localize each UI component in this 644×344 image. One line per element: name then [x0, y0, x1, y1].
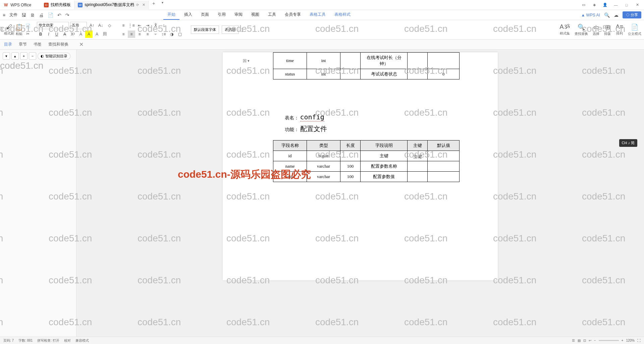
- th[interactable]: 类型: [307, 140, 340, 151]
- print-icon[interactable]: 🖨: [39, 12, 44, 18]
- table-selector-icon[interactable]: 国 ▾: [243, 58, 250, 63]
- numbering-icon[interactable]: ⋮≡: [128, 22, 135, 29]
- style-up-icon[interactable]: ▴: [241, 27, 243, 30]
- font-select[interactable]: [37, 22, 69, 29]
- clear-format-icon[interactable]: ◇: [106, 22, 113, 29]
- tab-templates[interactable]: D 找稻壳模板: [41, 1, 74, 9]
- zoom-level[interactable]: 120%: [626, 339, 635, 342]
- minimize-button[interactable]: —: [612, 2, 619, 8]
- format-painter-button[interactable]: 🖌 格式刷: [4, 23, 14, 36]
- sort-button[interactable]: ⊞ 排版: [604, 23, 611, 36]
- cube-icon[interactable]: ◈: [591, 2, 598, 8]
- smart-toc-button[interactable]: ◐ 智能识别目录: [38, 53, 70, 60]
- indent-right-icon[interactable]: ⇥: [144, 22, 151, 29]
- close-button[interactable]: ✕: [634, 2, 641, 8]
- preview-icon[interactable]: 📄: [48, 12, 53, 18]
- th[interactable]: 长度: [340, 140, 361, 151]
- collapse-icon[interactable]: ▾: [3, 52, 10, 60]
- up-icon[interactable]: ▴: [11, 52, 19, 60]
- nav-close-icon[interactable]: ✕: [79, 41, 84, 48]
- minus-icon[interactable]: −: [29, 52, 36, 60]
- close-icon[interactable]: ✕: [142, 3, 145, 7]
- cell[interactable]: [428, 161, 460, 172]
- table-row[interactable]: status int 考试试卷状态 0: [273, 69, 460, 79]
- cell[interactable]: int: [307, 53, 340, 69]
- th[interactable]: 字段说明: [361, 140, 408, 151]
- cell[interactable]: varchar: [307, 172, 340, 182]
- tab-view[interactable]: 视图: [247, 10, 263, 20]
- underline-icon[interactable]: U: [53, 31, 60, 38]
- file-menu[interactable]: 文件: [9, 12, 17, 18]
- tab-page[interactable]: 页面: [197, 10, 213, 20]
- fill-icon[interactable]: ◑: [168, 31, 175, 38]
- sort-icon[interactable]: X̌: [152, 22, 159, 29]
- bullets-icon[interactable]: ≡: [120, 22, 127, 29]
- copy-icon[interactable]: 📄: [24, 22, 32, 30]
- tab-review[interactable]: 审阅: [230, 10, 247, 20]
- tab-member[interactable]: 会员专享: [281, 10, 305, 20]
- cell[interactable]: [340, 69, 361, 79]
- save-icon[interactable]: 🖫: [21, 12, 26, 18]
- find-replace-button[interactable]: 🔍 查找替换: [575, 23, 588, 36]
- tab-tools[interactable]: 工具: [264, 10, 280, 20]
- config-table[interactable]: 字段名称 类型 长度 字段说明 主键 默认值 id bigint 主键 主键 n…: [273, 140, 460, 182]
- tab-table-style[interactable]: 表格样式: [330, 10, 355, 20]
- wps-ai-button[interactable]: ▲ WPS AI: [581, 13, 600, 17]
- nav-toc[interactable]: 目录: [4, 42, 12, 47]
- line-spacing-icon[interactable]: ↕≡: [160, 31, 167, 38]
- borders-icon[interactable]: ▢: [176, 31, 183, 38]
- new-icon[interactable]: 🗎: [30, 12, 35, 18]
- cell[interactable]: [428, 151, 460, 161]
- select-button[interactable]: ▭ 选择: [593, 23, 599, 36]
- cell[interactable]: varchar: [307, 161, 340, 172]
- linespacing-icon[interactable]: ↕: [160, 22, 167, 29]
- table-row[interactable]: name varchar 100 配置参数名称: [273, 161, 460, 172]
- table-name-row[interactable]: 表名： config: [285, 113, 484, 121]
- spell-check[interactable]: 拼写检查: 打开: [37, 338, 59, 343]
- cell[interactable]: id: [273, 151, 307, 161]
- nav-chapter[interactable]: 章节: [19, 42, 27, 47]
- paste-button[interactable]: 📋 粘贴: [15, 23, 23, 36]
- cell[interactable]: status: [273, 69, 307, 79]
- window-icon[interactable]: ▭: [580, 2, 587, 8]
- tab-table-tools[interactable]: 表格工具: [306, 10, 330, 20]
- align-left-icon[interactable]: ≡: [120, 31, 127, 38]
- view-icon1[interactable]: ☰: [572, 339, 575, 342]
- style-table-content[interactable]: 表内容: [222, 25, 239, 34]
- cell[interactable]: name: [273, 161, 307, 172]
- cell[interactable]: [408, 69, 428, 79]
- cell[interactable]: 在线考试时长（分钟）: [361, 53, 408, 69]
- func-row[interactable]: 功能： 配置文件: [285, 124, 484, 133]
- tab-dropdown[interactable]: ▾: [158, 1, 167, 9]
- cell[interactable]: 100: [340, 161, 361, 172]
- align-center-icon[interactable]: ≡: [128, 31, 135, 38]
- cell[interactable]: [340, 53, 361, 69]
- zoom-slider[interactable]: [599, 340, 619, 341]
- view-icon2[interactable]: ▤: [578, 339, 581, 342]
- align-right-icon[interactable]: ≡: [136, 31, 143, 38]
- arrange-button[interactable]: A≡ 排列: [615, 23, 623, 36]
- cell[interactable]: [408, 161, 428, 172]
- doc-mode-button[interactable]: 📄 公文模式: [628, 23, 641, 36]
- word-count[interactable]: 字数: 881: [18, 338, 33, 343]
- italic-icon[interactable]: I: [45, 31, 52, 38]
- table-row[interactable]: id bigint 主键 主键: [273, 151, 460, 161]
- cell[interactable]: 考试试卷状态: [361, 69, 408, 79]
- fullscreen-icon[interactable]: ⛶: [637, 339, 641, 342]
- tab-reference[interactable]: 引用: [214, 10, 230, 20]
- superscript-icon[interactable]: X²: [69, 31, 76, 38]
- decrease-font-icon[interactable]: A↓: [97, 22, 104, 29]
- zoom-out-icon[interactable]: −: [594, 339, 596, 342]
- style-set-button[interactable]: Aૐ 样式集: [559, 23, 570, 36]
- tab-start[interactable]: 开始: [163, 10, 179, 20]
- redo-icon[interactable]: ↷: [65, 12, 69, 18]
- table-header-row[interactable]: 字段名称 类型 长度 字段说明 主键 默认值: [273, 140, 460, 151]
- zoom-in-icon[interactable]: +: [622, 339, 624, 342]
- nav-bookmark[interactable]: 书签: [34, 42, 42, 47]
- view-icon3[interactable]: ⊡: [583, 339, 586, 342]
- strikethrough-icon[interactable]: A̶: [61, 31, 68, 38]
- cell[interactable]: value: [273, 172, 307, 182]
- restore-icon[interactable]: ⟳: [136, 3, 139, 7]
- add-tab-button[interactable]: +: [149, 1, 158, 9]
- table-row[interactable]: time int 在线考试时长（分钟）: [273, 53, 460, 69]
